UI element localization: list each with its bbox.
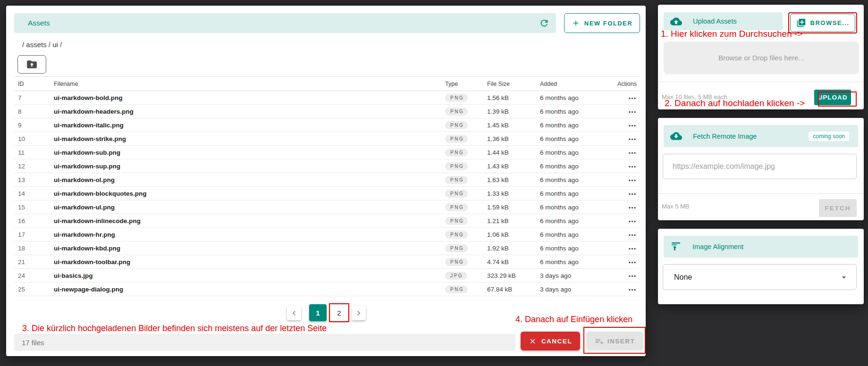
- table-row[interactable]: 24ui-basics.jpgJPG323.29 kB3 days ago: [14, 269, 640, 283]
- cell-type: PNG: [441, 214, 483, 227]
- annotation-step-2: 2. Danach auf hochladen klicken ->: [665, 98, 805, 108]
- cell-added: 6 months ago: [536, 241, 607, 255]
- divider: [658, 193, 864, 194]
- row-actions-button[interactable]: [607, 241, 640, 255]
- cell-size: 1.33 kB: [483, 187, 536, 200]
- cell-added: 6 months ago: [536, 159, 607, 173]
- chevron-left-icon: [289, 308, 299, 318]
- cell-size: 1.39 kB: [483, 105, 536, 118]
- files-count-bar: 17 files: [14, 334, 515, 351]
- annotation-step-1: 1. Hier klicken zum Durchsuchen ->: [661, 29, 802, 39]
- cell-size: 67.84 kB: [483, 283, 536, 296]
- fetch-title: Fetch Remote Image: [693, 133, 757, 140]
- cell-id: 11: [14, 146, 50, 159]
- table-row[interactable]: 8ui-markdown-headers.pngPNG1.39 kB6 mont…: [14, 105, 640, 118]
- dropzone-label: Browse or Drop files here...: [718, 54, 804, 62]
- annotation-step-4: 4. Danach auf Einfügen klicken: [515, 315, 632, 324]
- cell-id: 12: [14, 159, 50, 173]
- cell-type: PNG: [441, 241, 483, 255]
- refresh-icon[interactable]: [539, 18, 549, 28]
- fetch-remote-image-panel: Fetch Remote Image coming soon Max 5 MB …: [658, 118, 864, 220]
- cell-added: 6 months ago: [536, 214, 607, 227]
- row-actions-button[interactable]: [607, 118, 640, 132]
- cell-added: 6 months ago: [536, 200, 607, 214]
- cell-type: PNG: [441, 159, 483, 173]
- table-row[interactable]: 21ui-markdown-toolbar.pngPNG4.74 kB6 mon…: [14, 255, 640, 269]
- table-row[interactable]: 15ui-markdown-ul.pngPNG1.59 kB6 months a…: [14, 200, 640, 214]
- library-plus-icon: [796, 18, 806, 28]
- pagination-prev-button[interactable]: [287, 306, 301, 320]
- asset-table: ID Filename Type File Size Added Actions…: [14, 76, 640, 296]
- table-row[interactable]: 10ui-markdown-strike.pngPNG1.36 kB6 mont…: [14, 132, 640, 146]
- cancel-button[interactable]: CANCEL: [521, 332, 580, 350]
- cell-filename: ui-markdown-ul.png: [50, 200, 441, 214]
- table-row[interactable]: 7ui-markdown-bold.pngPNG1.56 kB6 months …: [14, 91, 640, 105]
- pagination-next-button[interactable]: [352, 306, 366, 320]
- row-actions-button[interactable]: [607, 200, 640, 214]
- table-row[interactable]: 11ui-markdown-sub.pngPNG1.44 kB6 months …: [14, 146, 640, 159]
- table-row[interactable]: 18ui-markdown-kbd.pngPNG1.92 kB6 months …: [14, 241, 640, 255]
- upload-button[interactable]: UPLOAD: [814, 90, 851, 105]
- cell-id: 14: [14, 187, 50, 200]
- browse-label: BROWSE...: [810, 19, 850, 26]
- pagination-page-2-button[interactable]: 2: [330, 305, 348, 321]
- row-actions-button[interactable]: [607, 132, 640, 145]
- fetch-button[interactable]: FETCH: [819, 199, 857, 217]
- table-row[interactable]: 9ui-markdown-italic.pngPNG1.45 kB6 month…: [14, 118, 640, 132]
- cell-id: 7: [14, 91, 50, 104]
- remote-url-input[interactable]: [663, 154, 857, 179]
- file-dropzone[interactable]: Browse or Drop files here...: [664, 42, 859, 74]
- header-actions: Actions: [607, 77, 640, 91]
- row-actions-button[interactable]: [607, 269, 640, 282]
- cell-filename: ui-markdown-toolbar.png: [50, 255, 441, 268]
- caret-down-icon: [839, 273, 849, 282]
- row-actions-button[interactable]: [607, 146, 640, 159]
- type-badge: JPG: [445, 272, 467, 280]
- type-badge: PNG: [445, 135, 468, 143]
- new-folder-label: NEW FOLDER: [584, 20, 632, 27]
- cell-filename: ui-newpage-dialog.png: [50, 283, 441, 296]
- folder-up-button[interactable]: [17, 55, 46, 74]
- row-actions-button[interactable]: [607, 173, 640, 186]
- cell-id: 9: [14, 118, 50, 132]
- table-row[interactable]: 16ui-markdown-inlinecode.pngPNG1.21 kB6 …: [14, 214, 640, 228]
- row-actions-button[interactable]: [607, 214, 640, 227]
- table-row[interactable]: 14ui-markdown-blockquotes.pngPNG1.33 kB6…: [14, 187, 640, 200]
- row-actions-button[interactable]: [607, 228, 640, 241]
- cell-filename: ui-markdown-blockquotes.png: [50, 187, 441, 200]
- new-folder-button[interactable]: NEW FOLDER: [564, 13, 640, 33]
- row-actions-button[interactable]: [607, 105, 640, 118]
- cell-filename: ui-basics.jpg: [50, 269, 441, 282]
- cell-type: PNG: [441, 118, 483, 132]
- type-badge: PNG: [445, 231, 468, 239]
- table-row[interactable]: 13ui-markdown-ol.pngPNG1.63 kB6 months a…: [14, 173, 640, 187]
- fetch-header-band: Fetch Remote Image coming soon: [664, 125, 858, 147]
- table-row[interactable]: 12ui-markdown-sup.pngPNG1.43 kB6 months …: [14, 159, 640, 173]
- type-badge: PNG: [445, 203, 468, 211]
- cell-size: 1.45 kB: [483, 118, 536, 132]
- cell-type: PNG: [441, 105, 483, 118]
- row-actions-button[interactable]: [607, 187, 640, 200]
- cell-added: 6 months ago: [536, 105, 607, 118]
- image-alignment-select[interactable]: None: [663, 264, 857, 290]
- row-actions-button[interactable]: [607, 283, 640, 296]
- table-row[interactable]: 25ui-newpage-dialog.pngPNG67.84 kB3 days…: [14, 283, 640, 296]
- cell-size: 323.29 kB: [483, 269, 536, 282]
- row-actions-button[interactable]: [607, 91, 640, 104]
- header-id: ID: [14, 77, 50, 91]
- pagination-page-1-button[interactable]: 1: [309, 304, 327, 321]
- table-row[interactable]: 17ui-markdown-hr.pngPNG1.06 kB6 months a…: [14, 228, 640, 241]
- row-actions-button[interactable]: [607, 159, 640, 173]
- cell-size: 1.36 kB: [483, 132, 536, 145]
- cell-type: PNG: [441, 91, 483, 104]
- image-alignment-panel: Image Alignment None: [658, 229, 864, 304]
- assets-header-band: Assets: [14, 13, 556, 33]
- asset-browser-dialog: Assets NEW FOLDER / assets / ui / ID Fil…: [6, 6, 646, 356]
- cell-id: 18: [14, 241, 50, 255]
- cell-size: 1.44 kB: [483, 146, 536, 159]
- row-actions-button[interactable]: [607, 255, 640, 268]
- cell-id: 16: [14, 214, 50, 227]
- breadcrumb: / assets / ui /: [22, 41, 62, 49]
- divider: [658, 82, 864, 82]
- insert-button[interactable]: INSERT: [586, 332, 643, 350]
